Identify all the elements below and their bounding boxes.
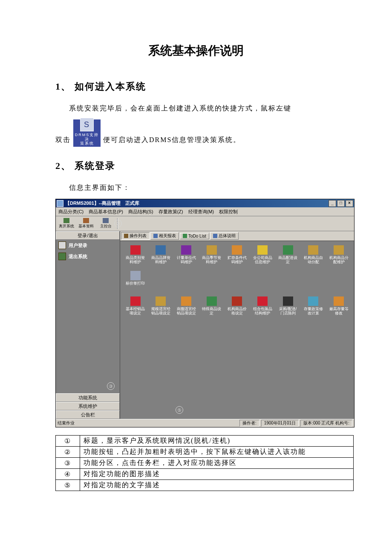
app-function-icon[interactable]: 商品品牌资 料维护 xyxy=(148,245,174,269)
tab-todo[interactable]: ToDo List xyxy=(180,233,209,239)
tab-oplist[interactable]: 操作列表 xyxy=(121,232,150,240)
app-function-icon[interactable]: 贮存条件代 码维护 xyxy=(225,245,250,269)
callout-2: ② xyxy=(114,220,122,227)
app-function-icon[interactable]: 计量单位代 码维护 xyxy=(173,245,199,269)
status-version: 版本:000 正式库 机构号: xyxy=(300,420,352,427)
app-icon-label: 商品季节资 料维护 xyxy=(202,256,221,264)
app-function-icon[interactable]: 机构商品自 动分配 xyxy=(301,245,326,269)
app-icon-label: 商品配送设 定 xyxy=(278,256,297,264)
app-icon-label: 规模适宜经 销品项设定 xyxy=(151,307,170,316)
sidebar-item-label: 退出系统 xyxy=(69,253,87,260)
function-glyph-icon xyxy=(232,245,242,255)
sidebar: 登录/退出 用户登录 退出系统 ③ 功能系统 系统维护 公告栏 xyxy=(56,231,120,419)
sidebar-item-exit[interactable]: 退出系统 xyxy=(56,251,120,262)
legend-desc: 功能分区，点击任务栏，进入对应功能选择区 xyxy=(80,458,354,469)
app-function-icon[interactable]: 特殊商品设 定 xyxy=(199,296,225,320)
app-icon-label: 商品品牌资 料维护 xyxy=(151,256,170,264)
sidebar-foot-sysmaint[interactable]: 系统维护 xyxy=(56,402,120,410)
app-function-icon[interactable]: 全公司商品 信息维护 xyxy=(250,245,275,269)
sidebar-foot-bulletin[interactable]: 公告栏 xyxy=(56,410,120,419)
spacer xyxy=(148,271,174,295)
statusbar: 结束作业 操作者: 1900年01月01日 版本:000 正式库 机构号: xyxy=(56,419,354,427)
toolbar-label: 离开系统 xyxy=(59,224,74,229)
tab-label: 相关报表 xyxy=(159,233,176,239)
tab-label: 操作列表 xyxy=(130,233,147,239)
spacer xyxy=(173,271,199,295)
app-function-icon[interactable]: 标价签打印 xyxy=(123,271,148,295)
menu-item[interactable]: 经理查询(M) xyxy=(188,209,214,215)
para-1: 系统安装完毕后，会在桌面上创建进入系统的快捷方式，鼠标左键 xyxy=(55,102,337,115)
menu-item[interactable]: 权限控制 xyxy=(219,209,238,215)
toolbar-console-button[interactable]: 主控台 xyxy=(97,217,115,230)
drms-desktop-shortcut-icon[interactable]: S DRMS支持决 策系统 xyxy=(73,119,101,147)
close-button[interactable]: × xyxy=(346,200,353,207)
app-function-icon[interactable]: 商品类别资 料维护 xyxy=(123,245,148,269)
legend-num: ① xyxy=(56,436,80,447)
minimize-button[interactable]: _ xyxy=(329,200,336,207)
status-operator: 操作者: xyxy=(239,420,259,427)
app-function-icon[interactable]: 采购/配送/ 门店陈列 xyxy=(275,296,301,320)
menu-item[interactable]: 存量政策(Z) xyxy=(159,209,183,215)
function-glyph-icon xyxy=(308,245,318,255)
app-icon-label: 贮存条件代 码维护 xyxy=(228,256,247,264)
function-glyph-icon xyxy=(207,296,217,306)
function-glyph-icon xyxy=(257,296,268,306)
function-glyph-icon xyxy=(130,245,141,255)
tab-overview[interactable]: 总体说明 xyxy=(210,232,239,240)
app-function-icon[interactable]: 最高存量等 修改 xyxy=(326,296,352,320)
function-glyph-icon xyxy=(257,245,268,255)
document-title: 系统基本操作说明 xyxy=(55,43,337,59)
legend-desc: 标题，显示客户及系统联网情况(脱机/连机) xyxy=(80,436,354,447)
function-glyph-icon xyxy=(207,245,217,255)
toolbar-leave-button[interactable]: 离开系统 xyxy=(58,217,75,230)
app-icon-label: 基本经销品 项设定 xyxy=(126,307,145,316)
menu-item[interactable]: 商品基本信息(P) xyxy=(89,209,123,215)
function-glyph-icon xyxy=(232,296,242,306)
app-function-icon[interactable]: 存量政策修 改计算 xyxy=(301,296,326,320)
function-glyph-icon xyxy=(156,245,166,255)
app-icon-label: 机构商品分 配维护 xyxy=(329,256,349,264)
menu-item[interactable]: 商品结构(S) xyxy=(128,209,153,215)
spacer xyxy=(301,271,326,295)
function-glyph-icon xyxy=(334,245,344,255)
toolbar-basedata-button[interactable]: 基本资料 xyxy=(77,217,95,230)
tab-reports[interactable]: 相关报表 xyxy=(150,232,179,240)
sidebar-foot-funcsys[interactable]: 功能系统 xyxy=(56,393,120,402)
sidebar-item-login[interactable]: 用户登录 xyxy=(56,240,120,251)
function-glyph-icon xyxy=(181,245,191,255)
app-icon-label: 采购/配送/ 门店陈列 xyxy=(279,307,297,316)
spacer xyxy=(326,271,352,295)
table-row: ②功能按钮，凸起并加粗时表明选中，按下鼠标左键确认进入该功能 xyxy=(56,447,354,458)
app-function-icon[interactable]: 基本经销品 项设定 xyxy=(123,296,148,320)
app-function-icon[interactable]: 机构商品价 格设定 xyxy=(225,296,250,320)
table-row: ⑤对指定功能的文字描述 xyxy=(56,480,354,491)
app-icon xyxy=(57,200,63,207)
app-function-icon[interactable]: 商品季节资 料维护 xyxy=(199,245,225,269)
app-icon-label: 机构商品自 动分配 xyxy=(304,256,323,264)
sidebar-header[interactable]: 登录/退出 xyxy=(56,231,120,240)
legend-table: ①标题，显示客户及系统联网情况(脱机/连机) ②功能按钮，凸起并加粗时表明选中，… xyxy=(55,435,354,491)
maximize-button[interactable]: □ xyxy=(337,200,345,207)
spacer xyxy=(250,271,275,295)
titlebar-text: 【DRMS2001】--商品管理 正式库 xyxy=(65,200,139,206)
function-glyph-icon xyxy=(308,296,318,306)
menu-item[interactable]: 商品分类(C) xyxy=(58,209,84,215)
spacer xyxy=(199,271,225,295)
function-glyph-icon xyxy=(283,296,293,306)
app-function-icon[interactable]: 商圈适宜经 销品项设定 xyxy=(173,296,199,320)
table-row: ①标题，显示客户及系统联网情况(脱机/连机) xyxy=(56,436,354,447)
app-function-icon[interactable]: 规模适宜经 销品项设定 xyxy=(148,296,174,320)
app-function-icon[interactable]: 商品配送设 定 xyxy=(275,245,301,269)
app-screenshot: 【DRMS2001】--商品管理 正式库 _ □ × 商品分类(C) 商品基本信… xyxy=(55,199,355,427)
tab-label: ToDo List xyxy=(188,234,206,238)
status-date: 1900年01月01日 xyxy=(261,420,299,427)
shortcut-glyph-icon: S xyxy=(80,118,94,131)
tabstrip: 操作列表 相关报表 ToDo List 总体说明 xyxy=(120,231,354,241)
callout-3: ③ xyxy=(107,382,115,390)
toolbar-label: 主控台 xyxy=(100,224,112,229)
list-icon xyxy=(124,234,128,238)
app-function-icon[interactable]: 机构商品分 配维护 xyxy=(326,245,352,269)
app-icon-label: 最高存量等 修改 xyxy=(329,307,349,316)
app-function-icon[interactable]: 组合包装品 结构维护 xyxy=(250,296,275,320)
toolbar: 离开系统 基本资料 主控台 ② xyxy=(56,216,354,231)
